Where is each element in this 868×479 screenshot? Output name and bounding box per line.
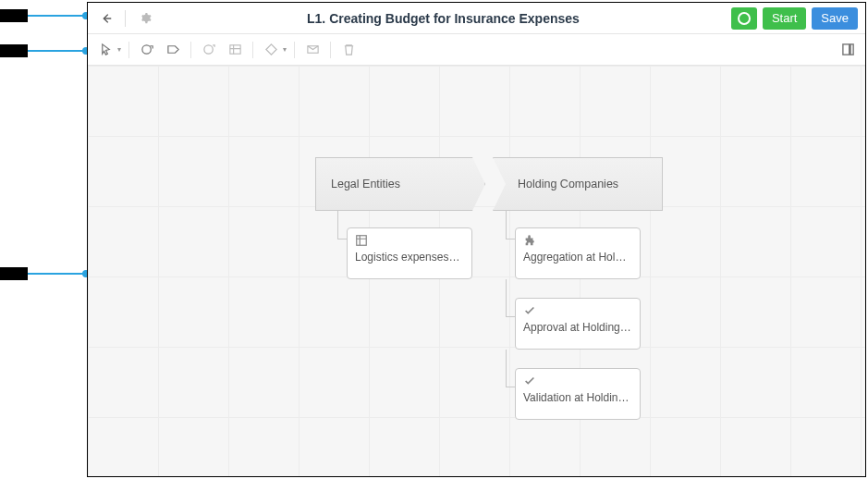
run-button[interactable]	[731, 7, 757, 30]
pointer-tool[interactable]	[93, 38, 117, 62]
connector	[506, 316, 515, 317]
connector	[506, 239, 515, 240]
process-node-validation[interactable]: Validation at Holding…	[515, 368, 641, 420]
process-canvas[interactable]: Legal Entities Holding Companies Logisti…	[88, 66, 865, 476]
panel-toggle[interactable]	[836, 38, 860, 62]
pointer-icon	[99, 43, 113, 56]
header-bar: L1. Creating Budget for Insurance Expens…	[88, 3, 865, 34]
node-label: Logistics expenses…	[355, 251, 464, 264]
group-tool[interactable]	[197, 38, 221, 62]
tag-icon	[166, 43, 180, 56]
run-icon	[738, 12, 751, 25]
svg-rect-2	[229, 45, 239, 54]
diamond-tool[interactable]	[259, 38, 283, 62]
process-node-approval[interactable]: Approval at Holding…	[515, 298, 641, 350]
check-icon	[523, 304, 536, 317]
table-tool[interactable]	[223, 38, 247, 62]
diamond-icon	[264, 43, 278, 56]
puzzle-icon	[523, 234, 536, 247]
stage-label: Legal Entities	[331, 178, 400, 190]
callout-marker	[0, 44, 90, 57]
divider	[128, 42, 129, 58]
connector	[337, 211, 338, 239]
editor-frame: L1. Creating Budget for Insurance Expens…	[87, 2, 866, 477]
table-icon	[228, 43, 242, 56]
trash-icon	[342, 43, 356, 56]
settings-button[interactable]	[133, 7, 155, 30]
save-button[interactable]: Save	[812, 7, 858, 30]
svg-point-1	[203, 45, 212, 54]
panel-icon	[841, 43, 855, 56]
connector	[506, 387, 515, 387]
divider	[330, 42, 331, 58]
create-stage-tool[interactable]	[135, 38, 159, 62]
editor-toolbar: ▾ ▾	[88, 34, 865, 66]
connector	[506, 279, 507, 316]
stage-legal-entities[interactable]: Legal Entities	[315, 157, 485, 211]
svg-point-0	[141, 45, 150, 54]
node-label: Approval at Holding…	[523, 321, 632, 334]
dropdown-caret-icon[interactable]: ▾	[117, 45, 121, 54]
connector	[506, 350, 507, 387]
page-title: L1. Creating Budget for Insurance Expens…	[161, 11, 726, 26]
stage-holding-companies[interactable]: Holding Companies	[493, 157, 663, 211]
callout-marker	[0, 267, 90, 280]
stage-add-icon	[141, 43, 154, 56]
node-label: Aggregation at Holding…	[523, 251, 632, 264]
divider	[252, 42, 253, 58]
svg-rect-5	[357, 236, 367, 246]
callout-marker	[0, 9, 90, 22]
dropdown-caret-icon[interactable]: ▾	[283, 45, 287, 54]
back-button[interactable]	[95, 7, 117, 30]
process-node-aggregation[interactable]: Aggregation at Holding…	[515, 227, 641, 279]
start-button[interactable]: Start	[763, 7, 806, 30]
layout-icon	[306, 43, 320, 56]
gear-icon	[138, 11, 152, 25]
divider	[294, 42, 295, 58]
arrow-left-icon	[100, 12, 113, 25]
create-task-tool[interactable]	[161, 38, 185, 62]
process-node-logistics[interactable]: Logistics expenses…	[347, 227, 472, 279]
connector	[337, 239, 347, 240]
table-icon	[355, 234, 368, 247]
divider	[125, 10, 126, 27]
connector	[506, 211, 507, 239]
delete-tool[interactable]	[336, 38, 361, 62]
group-icon	[202, 43, 216, 56]
check-icon	[523, 375, 536, 387]
node-label: Validation at Holding…	[523, 391, 632, 404]
svg-rect-4	[842, 44, 852, 55]
stage-label: Holding Companies	[518, 178, 618, 190]
divider	[190, 42, 191, 58]
layout-tool[interactable]	[300, 38, 324, 62]
